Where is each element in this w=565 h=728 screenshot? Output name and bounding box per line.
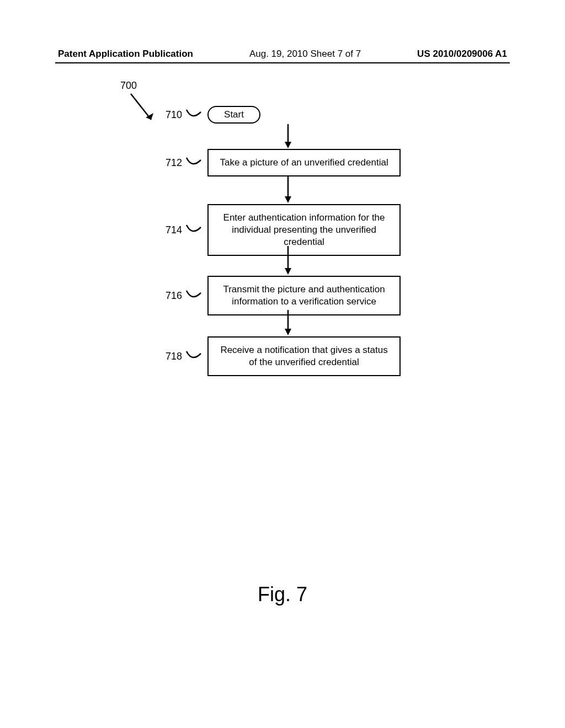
arrow-down-icon [282, 310, 294, 338]
connector-curve-icon [185, 223, 203, 237]
header-divider [55, 62, 510, 63]
step-714-box: Enter authentication information for the… [207, 204, 401, 256]
arrow-down-icon [282, 176, 294, 205]
ref-712: 712 [166, 157, 182, 169]
step-718-box: Receive a notification that gives a stat… [207, 336, 401, 376]
start-row: 710 Start [166, 106, 260, 124]
header-publication: Patent Application Publication [58, 49, 193, 60]
step-712-row: 712 Take a picture of an unverified cred… [166, 149, 401, 176]
connector-curve-icon [185, 288, 203, 303]
arrow-down-icon [282, 246, 294, 277]
ref-710: 710 [166, 109, 182, 121]
ref-718: 718 [166, 351, 182, 362]
page-header: Patent Application Publication Aug. 19, … [0, 49, 565, 60]
header-patent-number: US 2010/0209006 A1 [417, 49, 507, 60]
svg-marker-3 [285, 142, 291, 148]
svg-marker-9 [285, 329, 291, 335]
svg-marker-5 [285, 196, 291, 203]
svg-marker-7 [285, 268, 291, 275]
connector-curve-icon [185, 108, 203, 122]
header-date-sheet: Aug. 19, 2010 Sheet 7 of 7 [249, 49, 361, 60]
arrow-down-icon [282, 124, 294, 151]
ref-716: 716 [166, 290, 182, 302]
start-terminal: Start [207, 106, 260, 124]
diagram-ref-main: 700 [120, 80, 137, 92]
flowchart-diagram: 700 710 Start 712 Take a picture of an u… [0, 72, 565, 403]
step-718-row: 718 Receive a notification that gives a … [166, 336, 401, 376]
connector-curve-icon [185, 349, 203, 363]
step-712-box: Take a picture of an unverified credenti… [207, 149, 401, 176]
connector-curve-icon [185, 156, 203, 170]
step-716-box: Transmit the picture and authentication … [207, 276, 401, 315]
svg-line-0 [131, 94, 151, 120]
diagonal-arrow-icon [128, 91, 161, 130]
figure-label: Fig. 7 [0, 583, 565, 606]
ref-714: 714 [166, 224, 182, 236]
